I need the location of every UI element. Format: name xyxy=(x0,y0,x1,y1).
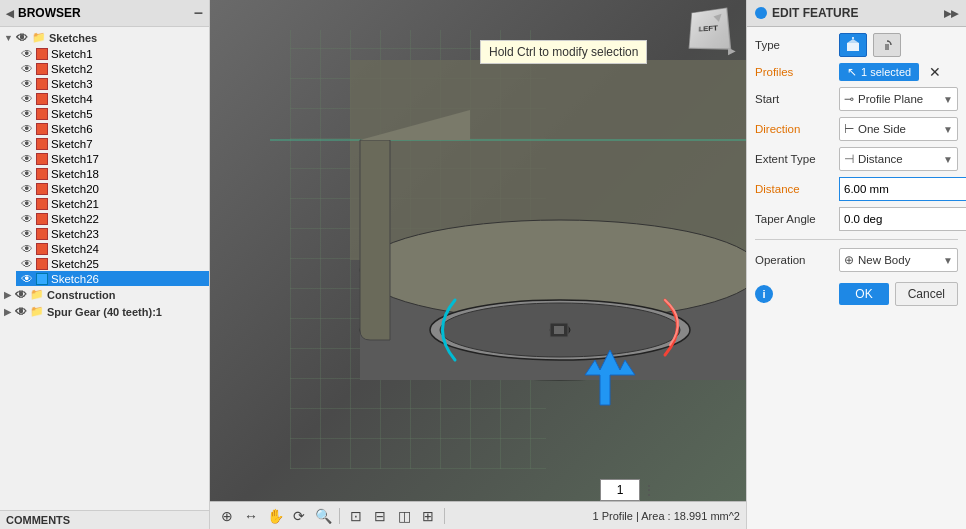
toolbar-hand-icon[interactable]: ✋ xyxy=(264,505,286,527)
operation-select[interactable]: ⊕ New Body ▼ xyxy=(839,248,958,272)
panel-header: EDIT FEATURE ▸▸ xyxy=(747,0,966,27)
eye-sketch26[interactable]: 👁 xyxy=(20,272,33,285)
operation-dropdown-arrow: ▼ xyxy=(943,255,953,266)
browser-header[interactable]: ◀ BROWSER – xyxy=(0,0,209,27)
toolbar-zoom-icon[interactable]: 🔍 xyxy=(312,505,334,527)
eye-sketch23[interactable]: 👁 xyxy=(20,227,33,240)
eye-sketch22[interactable]: 👁 xyxy=(20,212,33,225)
eye-sketch5[interactable]: 👁 xyxy=(20,107,33,120)
sketches-section[interactable]: ▼ 👁 📁 Sketches xyxy=(0,29,209,46)
eye-sketch6[interactable]: 👁 xyxy=(20,122,33,135)
sketch20-label: Sketch20 xyxy=(51,183,99,195)
toolbar-display-icon[interactable]: ⊡ xyxy=(345,505,367,527)
sketch22-icon xyxy=(36,213,48,225)
panel-body: Type xyxy=(747,27,966,529)
tree-item-sketch5[interactable]: 👁Sketch5 xyxy=(16,106,209,121)
tree-item-sketch26[interactable]: 👁Sketch26 xyxy=(16,271,209,286)
tree-item-sketch17[interactable]: 👁Sketch17 xyxy=(16,151,209,166)
eye-sketch21[interactable]: 👁 xyxy=(20,197,33,210)
eye-sketch3[interactable]: 👁 xyxy=(20,77,33,90)
direction-icon: ⊢ xyxy=(844,122,854,136)
sketch7-icon xyxy=(36,138,48,150)
sketch5-icon xyxy=(36,108,48,120)
type-row: Type xyxy=(755,33,958,57)
sketch22-label: Sketch22 xyxy=(51,213,99,225)
eye-sketch18[interactable]: 👁 xyxy=(20,167,33,180)
sketch4-icon xyxy=(36,93,48,105)
collapse-icon[interactable]: ◀ xyxy=(6,8,14,19)
tree-item-sketch3[interactable]: 👁Sketch3 xyxy=(16,76,209,91)
svg-rect-11 xyxy=(847,43,859,51)
browser-title: BROWSER xyxy=(18,6,81,20)
profiles-clear-button[interactable]: ✕ xyxy=(929,64,941,80)
tree-item-sketch23[interactable]: 👁Sketch23 xyxy=(16,226,209,241)
type-extrude-button[interactable] xyxy=(839,33,867,57)
tree-item-sketch2[interactable]: 👁Sketch2 xyxy=(16,61,209,76)
eye-sketch1[interactable]: 👁 xyxy=(20,47,33,60)
viewport[interactable]: Hold Ctrl to modify selection xyxy=(210,0,746,529)
extent-type-value: Distance xyxy=(858,153,903,165)
extent-dropdown-arrow: ▼ xyxy=(943,154,953,165)
eye-sketch17[interactable]: 👁 xyxy=(20,152,33,165)
direction-select[interactable]: ⊢ One Side ▼ xyxy=(839,117,958,141)
toolbar-pan-icon[interactable]: ↔ xyxy=(240,505,262,527)
start-label: Start xyxy=(755,93,833,105)
tree-item-sketch4[interactable]: 👁Sketch4 xyxy=(16,91,209,106)
spur-gear-label: Spur Gear (40 teeth):1 xyxy=(47,306,162,318)
ok-button[interactable]: OK xyxy=(839,283,888,305)
sketch1-icon xyxy=(36,48,48,60)
eye-sketch7[interactable]: 👁 xyxy=(20,137,33,150)
start-icon: ⊸ xyxy=(844,92,854,106)
direction-dropdown-arrow: ▼ xyxy=(943,124,953,135)
tree-item-sketch6[interactable]: 👁Sketch6 xyxy=(16,121,209,136)
svg-rect-10 xyxy=(554,326,564,334)
nav-cube[interactable]: LEFT ▶ ▶ xyxy=(688,8,738,58)
profiles-label: Profiles xyxy=(755,66,833,78)
toolbar-sep1 xyxy=(339,508,340,524)
construction-eye[interactable]: 👁 xyxy=(14,288,27,301)
browser-minimize-icon[interactable]: – xyxy=(194,4,203,22)
type-revolve-button[interactable] xyxy=(873,33,901,57)
sketch21-icon xyxy=(36,198,48,210)
spur-gear-eye[interactable]: 👁 xyxy=(14,305,27,318)
info-icon[interactable]: i xyxy=(755,285,773,303)
sketch24-label: Sketch24 xyxy=(51,243,99,255)
construction-section[interactable]: ▶ 👁 📁 Construction xyxy=(0,286,209,303)
tree-item-sketch24[interactable]: 👁Sketch24 xyxy=(16,241,209,256)
eye-sketch4[interactable]: 👁 xyxy=(20,92,33,105)
profiles-selected-tag[interactable]: ↖ 1 selected xyxy=(839,63,919,81)
panel-expand-icon[interactable]: ▸▸ xyxy=(944,5,958,21)
start-select[interactable]: ⊸ Profile Plane ▼ xyxy=(839,87,958,111)
tree-item-sketch25[interactable]: 👁Sketch25 xyxy=(16,256,209,271)
tree-item-sketch22[interactable]: 👁Sketch22 xyxy=(16,211,209,226)
distance-input[interactable] xyxy=(839,177,966,201)
comments-footer[interactable]: COMMENTS xyxy=(0,510,209,529)
extent-type-label: Extent Type xyxy=(755,153,833,165)
taper-angle-input[interactable] xyxy=(839,207,966,231)
eye-sketch20[interactable]: 👁 xyxy=(20,182,33,195)
sketch2-icon xyxy=(36,63,48,75)
tree-item-sketch18[interactable]: 👁Sketch18 xyxy=(16,166,209,181)
eye-sketch25[interactable]: 👁 xyxy=(20,257,33,270)
toolbar-layout-icon[interactable]: ⊞ xyxy=(417,505,439,527)
sketches-eye[interactable]: 👁 xyxy=(16,31,29,44)
toolbar-snap-icon[interactable]: ◫ xyxy=(393,505,415,527)
tree-item-sketch20[interactable]: 👁Sketch20 xyxy=(16,181,209,196)
toolbar-orbit-icon[interactable]: ⟳ xyxy=(288,505,310,527)
spur-gear-section[interactable]: ▶ 👁 📁 Spur Gear (40 teeth):1 xyxy=(0,303,209,320)
sketch2-label: Sketch2 xyxy=(51,63,93,75)
extent-type-select[interactable]: ⊣ Distance ▼ xyxy=(839,147,958,171)
cancel-button[interactable]: Cancel xyxy=(895,282,958,306)
toolbar-grid-icon[interactable]: ⊟ xyxy=(369,505,391,527)
toolbar-move-icon[interactable]: ⊕ xyxy=(216,505,238,527)
tree-item-sketch7[interactable]: 👁Sketch7 xyxy=(16,136,209,151)
input-dots-icon[interactable]: ⋮ xyxy=(642,482,656,498)
eye-sketch24[interactable]: 👁 xyxy=(20,242,33,255)
comments-label: COMMENTS xyxy=(6,514,70,526)
tree-item-sketch21[interactable]: 👁Sketch21 xyxy=(16,196,209,211)
eye-sketch2[interactable]: 👁 xyxy=(20,62,33,75)
input-field[interactable] xyxy=(600,479,640,501)
construction-arrow: ▶ xyxy=(4,290,11,300)
tree-item-sketch1[interactable]: 👁Sketch1 xyxy=(16,46,209,61)
construction-label: Construction xyxy=(47,289,115,301)
